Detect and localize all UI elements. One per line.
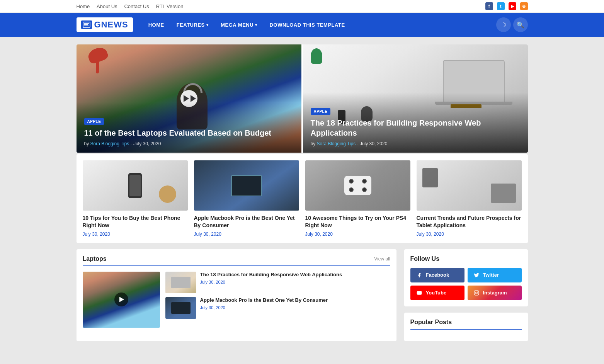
social-youtube-icon[interactable]: ▶: [509, 2, 516, 10]
small-card-title-2: 10 Awesome Things to Try on Your PS4 Rig…: [305, 214, 410, 229]
article-item-1[interactable]: Apple Macbook Pro is the Best One Yet By…: [165, 297, 390, 319]
small-card-title-1: Apple Macbook Pro is the Best One Yet By…: [194, 214, 299, 229]
article-title-0: The 18 Practices for Building Responsive…: [200, 272, 390, 278]
hero-left-overlay: APPLE 11 of the Best Laptops Evaluated B…: [77, 102, 301, 153]
article-date-1: July 30, 2020: [200, 305, 390, 310]
hero-card-right[interactable]: APPLE The 18 Practices for Building Resp…: [303, 44, 528, 153]
nav-download-template[interactable]: DOWNLOAD THIS TEMPLATE: [264, 13, 351, 37]
nav-links: HOME FEATURES ▾ MEGA MENU ▾ DOWNLOAD THI…: [142, 13, 496, 37]
features-dropdown-arrow: ▾: [206, 23, 209, 27]
top-link-rtl[interactable]: RTL Version: [156, 3, 184, 9]
twitter-follow-button[interactable]: Twitter: [468, 268, 522, 282]
small-card-date-0: July 30, 2020: [83, 231, 188, 237]
nav-home[interactable]: HOME: [142, 13, 170, 37]
small-card-date-3: July 30, 2020: [417, 231, 522, 237]
top-social-icons: f t ▶ ⊕: [485, 2, 528, 10]
megamenu-dropdown-arrow: ▾: [255, 23, 257, 27]
dark-mode-button[interactable]: ☽: [496, 17, 511, 32]
laptops-featured-image[interactable]: [83, 272, 160, 328]
twitter-label: Twitter: [483, 272, 499, 278]
nav-mega-menu[interactable]: MEGA MENU ▾: [214, 13, 263, 37]
article-info-1: Apple Macbook Pro is the Best One Yet By…: [200, 297, 390, 319]
nav-features[interactable]: FEATURES ▾: [170, 13, 215, 37]
hero-right-overlay: APPLE The 18 Practices for Building Resp…: [303, 92, 528, 153]
small-card-2[interactable]: 10 Awesome Things to Try on Your PS4 Rig…: [305, 160, 410, 237]
search-button[interactable]: 🔍: [513, 17, 528, 32]
small-card-0[interactable]: 10 Tips for You to Buy the Best Phone Ri…: [83, 160, 188, 237]
main-navigation: GNEWS HOME FEATURES ▾ MEGA MENU ▾ DOWNLO…: [0, 13, 604, 37]
svg-point-6: [475, 292, 477, 294]
small-card-date-1: July 30, 2020: [194, 231, 299, 237]
svg-rect-1: [84, 23, 89, 24]
hero-left-title: 11 of the Best Laptops Evaluated Based o…: [84, 128, 294, 138]
small-card-title-0: 10 Tips for You to Buy the Best Phone Ri…: [83, 214, 188, 229]
small-card-img-1: [194, 160, 299, 211]
logo-text: GNEWS: [94, 20, 128, 30]
small-cards-section: 10 Tips for You to Buy the Best Phone Ri…: [77, 154, 528, 243]
small-card-img-0: [83, 160, 188, 211]
svg-point-7: [477, 291, 478, 292]
hero-right-date: July 30, 2020: [360, 141, 387, 146]
hero-right-author[interactable]: Sora Blogging Tips: [317, 141, 356, 146]
article-item-0[interactable]: The 18 Practices for Building Responsive…: [165, 272, 390, 293]
social-twitter-icon[interactable]: t: [497, 2, 505, 10]
svg-rect-2: [84, 24, 88, 25]
laptops-section-title: Laptops: [83, 255, 107, 262]
page-content: APPLE 11 of the Best Laptops Evaluated B…: [70, 37, 534, 349]
youtube-icon: [416, 289, 423, 296]
laptops-article-list: The 18 Practices for Building Responsive…: [165, 272, 390, 328]
youtube-label: YouTube: [426, 290, 447, 296]
laptops-view-all[interactable]: View all: [374, 256, 390, 262]
small-card-1[interactable]: Apple Macbook Pro is the Best One Yet By…: [194, 160, 299, 237]
top-link-home[interactable]: Home: [77, 3, 90, 9]
article-date-0: July 30, 2020: [200, 280, 390, 284]
svg-rect-5: [474, 291, 479, 295]
bottom-section: Laptops View all: [77, 249, 528, 341]
social-rss-icon[interactable]: ⊕: [520, 2, 528, 10]
hero-grid: APPLE 11 of the Best Laptops Evaluated B…: [77, 44, 528, 153]
hero-right-title: The 18 Practices for Building Responsive…: [311, 118, 520, 138]
social-buttons-grid: Facebook Twitter YouTube: [410, 268, 522, 300]
facebook-icon: [416, 272, 423, 279]
top-bar: Home About Us Contact Us RTL Version f t…: [0, 0, 604, 13]
small-card-img-3: [417, 160, 522, 211]
hero-left-badge: APPLE: [84, 118, 104, 125]
article-info-0: The 18 Practices for Building Responsive…: [200, 272, 390, 293]
small-card-img-2: [305, 160, 410, 211]
laptops-section-header: Laptops View all: [83, 255, 390, 266]
popular-posts-card: Popular Posts: [404, 313, 528, 341]
hero-card-left[interactable]: APPLE 11 of the Best Laptops Evaluated B…: [77, 44, 301, 153]
hero-left-author[interactable]: Sora Blogging Tips: [90, 141, 129, 146]
top-link-about[interactable]: About Us: [97, 3, 117, 9]
article-title-1: Apple Macbook Pro is the Best One Yet By…: [200, 297, 390, 304]
facebook-follow-button[interactable]: Facebook: [410, 268, 464, 282]
laptops-section: Laptops View all: [77, 249, 396, 341]
instagram-label: Instagram: [483, 290, 507, 296]
site-logo[interactable]: GNEWS: [77, 17, 133, 32]
youtube-follow-button[interactable]: YouTube: [410, 286, 464, 300]
small-card-date-2: July 30, 2020: [305, 231, 410, 237]
hero-right-meta: by Sora Blogging Tips - July 30, 2020: [311, 141, 520, 146]
instagram-follow-button[interactable]: Instagram: [468, 286, 522, 300]
sidebar: Follow Us Facebook Twitter: [404, 249, 528, 341]
instagram-icon: [473, 289, 480, 296]
popular-posts-title: Popular Posts: [410, 319, 522, 330]
svg-rect-3: [84, 26, 88, 26]
facebook-label: Facebook: [426, 272, 449, 278]
laptops-content: The 18 Practices for Building Responsive…: [83, 272, 390, 328]
small-card-3[interactable]: Current Trends and Future Prospects for …: [417, 160, 522, 237]
top-link-contact[interactable]: Contact Us: [124, 3, 149, 9]
small-card-title-3: Current Trends and Future Prospects for …: [417, 214, 522, 229]
logo-icon: [81, 20, 92, 29]
hero-right-badge: APPLE: [311, 108, 331, 115]
hero-left-meta: by Sora Blogging Tips - July 30, 2020: [84, 141, 294, 146]
article-thumb-0: [165, 272, 196, 293]
top-links: Home About Us Contact Us RTL Version: [77, 3, 189, 9]
nav-right-controls: ☽ 🔍: [496, 17, 528, 32]
small-cards-grid: 10 Tips for You to Buy the Best Phone Ri…: [83, 160, 522, 237]
article-thumb-1: [165, 297, 196, 319]
social-facebook-icon[interactable]: f: [485, 2, 493, 10]
twitter-icon: [473, 272, 480, 279]
hero-left-date: July 30, 2020: [133, 141, 161, 146]
follow-us-title: Follow Us: [410, 255, 522, 262]
